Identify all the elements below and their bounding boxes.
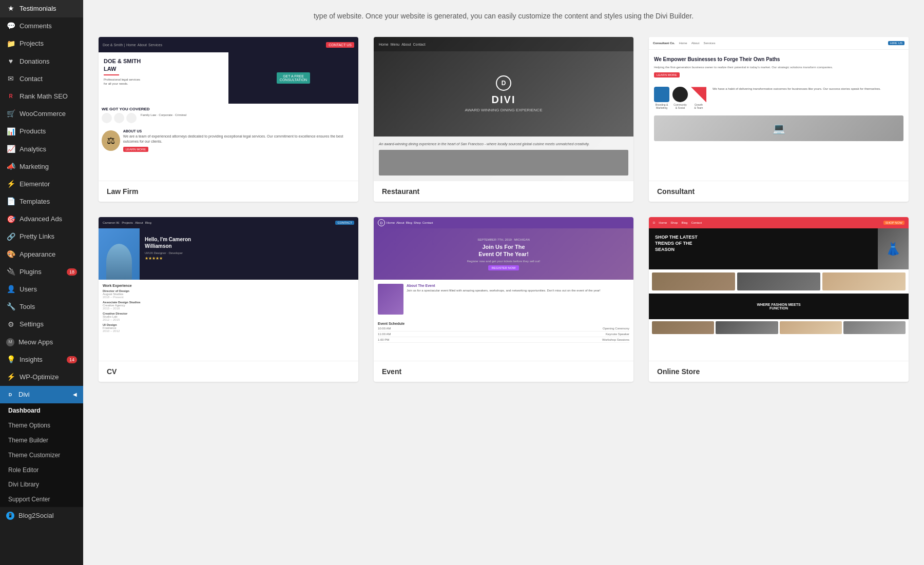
submenu-item-role-editor[interactable]: Role Editor: [0, 463, 83, 478]
plugins-icon: 🔌: [6, 267, 15, 277]
rank-math-icon: R: [6, 92, 15, 101]
submenu-label-support-center: Support Center: [8, 495, 50, 504]
sidebar-item-donations[interactable]: ♥ Donations: [0, 53, 83, 70]
sidebar-label-plugins: Plugins: [20, 267, 42, 277]
advanced-ads-icon: 🎯: [6, 215, 15, 224]
submenu-item-support-center[interactable]: Support Center: [0, 492, 83, 507]
sidebar-item-divi[interactable]: D Divi ◀: [0, 386, 83, 403]
sidebar-item-wp-optimize[interactable]: ⚡ WP-Optimize: [0, 368, 83, 386]
templates-icon: 📄: [6, 197, 15, 206]
template-preview-store: D Home Shop Blog Contact SHOP NOW SHOP T…: [649, 217, 909, 361]
sidebar-item-testimonials[interactable]: ★ Testimonials: [0, 0, 83, 17]
sidebar-item-appearance[interactable]: 🎨 Appearance: [0, 246, 83, 263]
meow-apps-icon: M: [6, 338, 14, 346]
submenu-item-dashboard[interactable]: Dashboard: [0, 403, 83, 418]
sidebar-item-woocommerce[interactable]: 🛒 WooCommerce: [0, 105, 83, 123]
page-header-text: type of website. Once your website is ge…: [99, 10, 909, 22]
sidebar-item-marketing[interactable]: 📣 Marketing: [0, 158, 83, 176]
blog2social-icon: 📱: [6, 512, 14, 520]
sidebar-label-appearance: Appearance: [20, 250, 55, 259]
analytics-icon: 📈: [6, 145, 15, 154]
sidebar-label-insights: Insights: [20, 355, 43, 364]
sidebar-label-testimonials: Testimonials: [20, 4, 56, 13]
wp-optimize-icon: ⚡: [6, 373, 15, 382]
submenu-label-dashboard: Dashboard: [8, 406, 41, 415]
plugins-badge: 18: [67, 268, 77, 276]
sidebar-label-divi: Divi: [18, 390, 30, 399]
sidebar-label-templates: Templates: [20, 197, 50, 206]
template-preview-consultant: Consultant Co. Home About Services HIRE …: [649, 37, 909, 181]
sidebar-label-meow-apps: Meow Apps: [18, 338, 53, 347]
template-preview-event: D Home About Blog Shop Contact SEPTEMBER…: [374, 217, 633, 361]
sidebar-label-analytics: Analytics: [20, 145, 46, 154]
template-card-consultant[interactable]: Consultant Co. Home About Services HIRE …: [649, 37, 909, 202]
sidebar: ★ Testimonials 💬 Comments 📁 Projects ♥ D…: [0, 0, 83, 565]
sidebar-item-blog2social[interactable]: 📱 Blog2Social: [0, 507, 83, 524]
sidebar-label-contact: Contact: [20, 74, 43, 84]
submenu-item-theme-builder[interactable]: Theme Builder: [0, 433, 83, 448]
template-preview-restaurant: Home Menu About Contact D DIVI AWARD WIN…: [374, 37, 633, 181]
submenu-label-theme-customizer: Theme Customizer: [8, 451, 60, 460]
sidebar-label-advanced-ads: Advanced Ads: [20, 215, 62, 224]
sidebar-item-templates[interactable]: 📄 Templates: [0, 193, 83, 210]
sidebar-item-tools[interactable]: 🔧 Tools: [0, 298, 83, 316]
insights-icon: 💡: [6, 355, 15, 364]
template-label-law-firm: Law Firm: [99, 181, 358, 202]
submenu-label-theme-options: Theme Options: [8, 421, 50, 430]
template-card-event[interactable]: D Home About Blog Shop Contact SEPTEMBER…: [374, 217, 633, 382]
template-label-cv: CV: [99, 361, 358, 382]
sidebar-item-comments[interactable]: 💬 Comments: [0, 17, 83, 35]
sidebar-label-tools: Tools: [20, 302, 35, 311]
submenu-label-theme-builder: Theme Builder: [8, 436, 48, 445]
sidebar-item-insights[interactable]: 💡 Insights 14: [0, 351, 83, 368]
sidebar-item-settings[interactable]: ⚙ Settings: [0, 316, 83, 333]
template-grid: Doe & Smith | Home About Services CONTAC…: [99, 37, 909, 382]
sidebar-item-contact[interactable]: ✉ Contact: [0, 70, 83, 88]
template-card-online-store[interactable]: D Home Shop Blog Contact SHOP NOW SHOP T…: [649, 217, 909, 382]
appearance-icon: 🎨: [6, 250, 15, 259]
sidebar-item-rank-math[interactable]: R Rank Math SEO: [0, 88, 83, 105]
template-card-law-firm[interactable]: Doe & Smith | Home About Services CONTAC…: [99, 37, 358, 202]
submenu-item-theme-customizer[interactable]: Theme Customizer: [0, 448, 83, 463]
template-card-cv[interactable]: Cameron W. Projects About Blog CONTACT H…: [99, 217, 358, 382]
users-icon: 👤: [6, 285, 15, 294]
main-content-area: type of website. Once your website is ge…: [83, 0, 924, 565]
sidebar-item-advanced-ads[interactable]: 🎯 Advanced Ads: [0, 210, 83, 228]
sidebar-item-products[interactable]: 📊 Products: [0, 123, 83, 140]
sidebar-item-projects[interactable]: 📁 Projects: [0, 35, 83, 52]
sidebar-item-elementor[interactable]: ⚡ Elementor: [0, 176, 83, 193]
sidebar-item-users[interactable]: 👤 Users: [0, 281, 83, 298]
sidebar-label-wp-optimize: WP-Optimize: [20, 373, 59, 382]
sidebar-label-settings: Settings: [20, 320, 44, 329]
woocommerce-icon: 🛒: [6, 109, 15, 119]
sidebar-item-analytics[interactable]: 📈 Analytics: [0, 141, 83, 158]
divi-icon: D: [6, 391, 14, 399]
submenu-label-role-editor: Role Editor: [8, 466, 38, 475]
sidebar-label-products: Products: [20, 127, 46, 136]
sidebar-item-meow-apps[interactable]: M Meow Apps: [0, 334, 83, 351]
sidebar-label-pretty-links: Pretty Links: [20, 232, 54, 241]
projects-icon: 📁: [6, 39, 15, 48]
template-label-consultant: Consultant: [649, 181, 909, 202]
sidebar-item-plugins[interactable]: 🔌 Plugins 18: [0, 263, 83, 281]
template-label-restaurant: Restaurant: [374, 181, 633, 202]
sidebar-item-pretty-links[interactable]: 🔗 Pretty Links: [0, 228, 83, 245]
sidebar-label-users: Users: [20, 285, 37, 294]
sidebar-label-donations: Donations: [20, 57, 50, 66]
template-card-restaurant[interactable]: Home Menu About Contact D DIVI AWARD WIN…: [374, 37, 633, 202]
template-label-event: Event: [374, 361, 633, 382]
marketing-icon: 📣: [6, 162, 15, 171]
divi-submenu: Dashboard Theme Options Theme Builder Th…: [0, 403, 83, 507]
submenu-item-theme-options[interactable]: Theme Options: [0, 418, 83, 433]
sidebar-label-comments: Comments: [20, 22, 52, 31]
submenu-item-divi-library[interactable]: Divi Library: [0, 477, 83, 492]
sidebar-label-woocommerce: WooCommerce: [20, 109, 66, 119]
insights-badge: 14: [67, 356, 77, 364]
pretty-links-icon: 🔗: [6, 232, 15, 242]
template-preview-cv: Cameron W. Projects About Blog CONTACT H…: [99, 217, 358, 361]
products-icon: 📊: [6, 127, 15, 136]
sidebar-label-projects: Projects: [20, 39, 44, 48]
page-header: type of website. Once your website is ge…: [99, 10, 909, 22]
settings-icon: ⚙: [6, 320, 15, 329]
sidebar-label-elementor: Elementor: [20, 180, 50, 189]
